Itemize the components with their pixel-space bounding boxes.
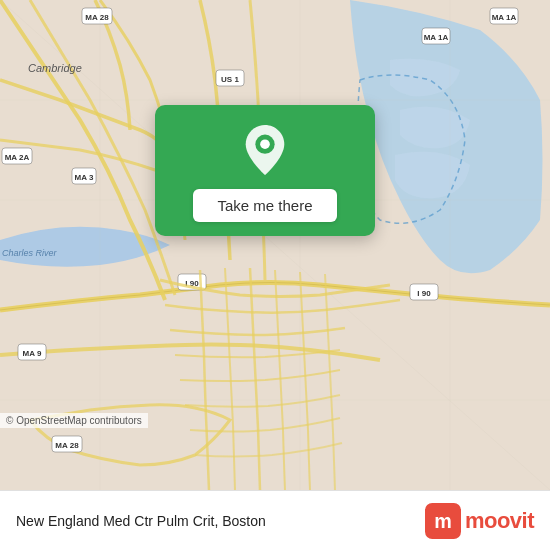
svg-text:Charles River: Charles River — [2, 248, 58, 258]
location-label: New England Med Ctr Pulm Crit, Boston — [16, 513, 266, 529]
svg-text:MA 3: MA 3 — [75, 173, 94, 182]
svg-text:MA 2A: MA 2A — [5, 153, 30, 162]
popup-card: Take me there — [155, 105, 375, 236]
svg-text:MA 1A: MA 1A — [424, 33, 449, 42]
moovit-logo: m moovit — [425, 503, 534, 539]
svg-text:I 90: I 90 — [417, 289, 431, 298]
svg-point-24 — [260, 139, 270, 149]
svg-text:MA 1A: MA 1A — [492, 13, 517, 22]
copyright-text: © OpenStreetMap contributors — [0, 413, 148, 428]
svg-text:MA 9: MA 9 — [23, 349, 42, 358]
bottom-bar: New England Med Ctr Pulm Crit, Boston m … — [0, 490, 550, 550]
svg-text:US 1: US 1 — [221, 75, 239, 84]
map-pin-icon — [241, 123, 289, 177]
moovit-icon: m — [425, 503, 461, 539]
take-me-there-button[interactable]: Take me there — [193, 189, 336, 222]
moovit-wordmark: moovit — [465, 508, 534, 534]
svg-text:Cambridge: Cambridge — [28, 62, 82, 74]
svg-text:MA 28: MA 28 — [85, 13, 109, 22]
map-container: I 90 I 90 MA 9 MA 28 — [0, 0, 550, 490]
svg-text:m: m — [434, 510, 452, 532]
svg-text:MA 28: MA 28 — [55, 441, 79, 450]
